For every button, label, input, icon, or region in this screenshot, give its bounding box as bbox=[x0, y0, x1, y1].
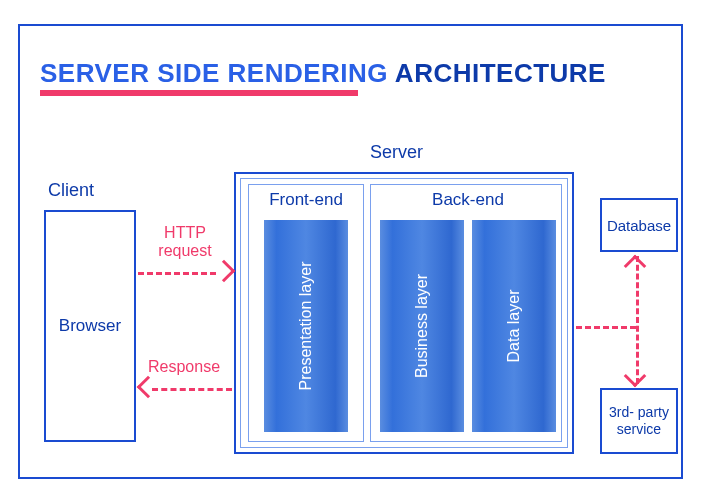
server-heading: Server bbox=[370, 142, 423, 163]
database-box: Database bbox=[600, 198, 678, 252]
data-layer: Data layer bbox=[472, 220, 556, 432]
backend-label: Back-end bbox=[408, 190, 528, 210]
data-layer-label: Data layer bbox=[505, 290, 523, 363]
client-box-label: Browser bbox=[59, 316, 121, 336]
title-accent: SERVER SIDE RENDERING bbox=[40, 58, 388, 88]
presentation-layer-label: Presentation layer bbox=[297, 262, 315, 391]
frontend-label: Front-end bbox=[256, 190, 356, 210]
title-underline bbox=[40, 90, 358, 96]
response-arrow-label: Response bbox=[148, 358, 220, 376]
request-arrow-line bbox=[138, 272, 216, 275]
business-layer-label: Business layer bbox=[413, 274, 431, 378]
third-party-box: 3rd- party service bbox=[600, 388, 678, 454]
diagram-title: SERVER SIDE RENDERING ARCHITECTURE bbox=[40, 58, 606, 89]
database-label: Database bbox=[607, 217, 671, 234]
server-side-line bbox=[576, 326, 636, 329]
third-party-label: 3rd- party service bbox=[602, 404, 676, 438]
request-arrow-label: HTTP request bbox=[150, 224, 220, 261]
presentation-layer: Presentation layer bbox=[264, 220, 348, 432]
title-rest: ARCHITECTURE bbox=[388, 58, 606, 88]
business-layer: Business layer bbox=[380, 220, 464, 432]
client-heading: Client bbox=[48, 180, 94, 201]
response-arrow-line bbox=[152, 388, 232, 391]
client-box: Browser bbox=[44, 210, 136, 442]
